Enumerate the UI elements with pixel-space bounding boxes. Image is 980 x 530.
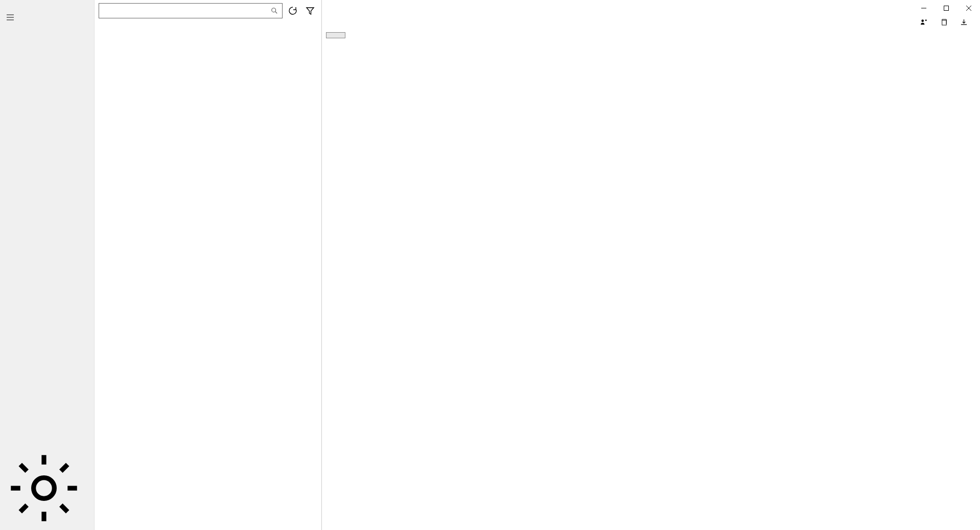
search-icon — [271, 7, 278, 14]
feedback-button[interactable] — [920, 18, 931, 26]
settings-button[interactable] — [0, 446, 94, 530]
refresh-button[interactable] — [286, 4, 300, 18]
nav-list — [0, 30, 94, 446]
svg-point-4 — [925, 19, 927, 21]
minimize-button[interactable] — [913, 1, 935, 15]
event-pane — [95, 0, 322, 530]
search-input[interactable] — [103, 7, 271, 15]
svg-point-3 — [921, 19, 924, 22]
filter-button[interactable] — [303, 4, 317, 18]
svg-point-0 — [34, 478, 55, 499]
window-controls — [322, 0, 980, 16]
filter-icon — [306, 6, 315, 15]
refresh-icon — [288, 6, 297, 15]
svg-rect-5 — [942, 20, 946, 25]
hamburger-button[interactable] — [0, 10, 94, 26]
feedback-icon — [920, 18, 928, 26]
app-title — [0, 0, 94, 10]
close-button[interactable] — [958, 1, 980, 15]
copy-button[interactable] — [940, 18, 951, 26]
export-icon — [960, 18, 968, 26]
maximize-button[interactable] — [935, 1, 958, 15]
detail-pane — [322, 0, 980, 530]
event-list[interactable] — [95, 21, 321, 530]
copy-icon — [940, 18, 948, 26]
export-button[interactable] — [960, 18, 971, 26]
sidebar — [0, 0, 95, 530]
svg-rect-2 — [944, 6, 949, 11]
gear-icon — [6, 450, 82, 526]
svg-point-1 — [272, 8, 276, 12]
category-button[interactable] — [326, 32, 345, 38]
search-box[interactable] — [99, 3, 283, 18]
json-viewer[interactable] — [322, 42, 980, 530]
